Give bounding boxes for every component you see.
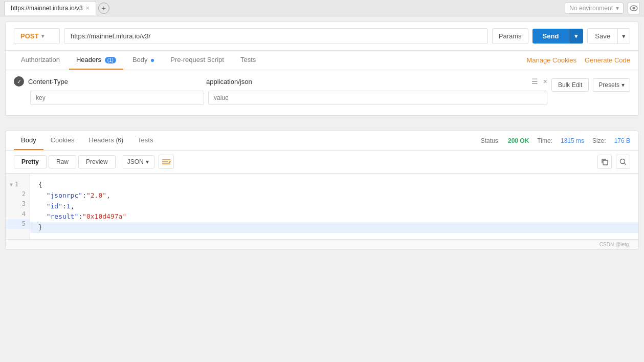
header-value-label: application/json — [206, 78, 527, 86]
code-content: { "jsonrpc": "2.0", "id": 1, "result": "… — [30, 174, 638, 239]
format-chevron-icon: ▾ — [146, 158, 149, 165]
svg-point-1 — [633, 7, 635, 9]
request-bar: POST ▾ Params Send ▾ Save ▾ — [6, 22, 638, 51]
footer: CSDN @letg. — [6, 239, 638, 249]
line-number-3: 3 — [10, 199, 26, 209]
header-key-input[interactable] — [30, 91, 204, 105]
header-input-row — [14, 91, 547, 105]
section-divider — [0, 121, 644, 125]
code-line-3: "id": 1, — [38, 201, 630, 212]
search-button[interactable] — [616, 155, 630, 169]
tab-body-label: Body — [132, 56, 148, 63]
env-dropdown[interactable]: No environment ▾ — [565, 3, 624, 14]
manage-cookies-link[interactable]: Manage Cookies — [527, 56, 577, 64]
send-button-group: Send ▾ — [532, 29, 584, 44]
line-number-2: 2 — [10, 189, 26, 199]
format-dropdown[interactable]: JSON ▾ — [122, 155, 154, 168]
code-line-5: } — [30, 222, 638, 233]
size-value: 176 B — [614, 137, 630, 144]
generate-code-link[interactable]: Generate Code — [585, 56, 630, 64]
resp-headers-label: Headers — [89, 136, 114, 144]
body-dot-indicator — [151, 59, 154, 62]
header-key-label: Content-Type — [28, 78, 202, 86]
bulk-edit-button[interactable]: Bulk Edit — [551, 78, 589, 92]
tab-label: https://mainnet.infura.io/v3 — [11, 5, 83, 12]
url-input[interactable] — [64, 28, 488, 44]
tab-close-icon[interactable]: × — [86, 5, 90, 12]
send-button[interactable]: Send — [532, 29, 569, 44]
method-button[interactable]: POST ▾ — [14, 28, 60, 44]
save-dropdown-button[interactable]: ▾ — [617, 29, 630, 44]
tab-tests-label: Tests — [240, 56, 256, 63]
svg-point-6 — [620, 159, 625, 164]
presets-label: Presets — [598, 81, 619, 89]
code-key-result: "result" — [47, 211, 79, 222]
presets-chevron-icon: ▾ — [621, 81, 625, 89]
eye-icon-button[interactable] — [628, 2, 640, 14]
send-dropdown-button[interactable]: ▾ — [569, 29, 583, 44]
add-tab-button[interactable]: + — [98, 3, 109, 14]
env-selector: No environment ▾ — [565, 2, 640, 14]
check-circle-icon[interactable]: ✓ — [14, 76, 24, 87]
response-status-area: Status: 200 OK Time: 1315 ms Size: 176 B — [481, 137, 630, 144]
response-icon-buttons — [597, 155, 630, 169]
check-symbol: ✓ — [17, 78, 21, 85]
header-value-input[interactable] — [208, 91, 547, 105]
resp-tab-headers[interactable]: Headers (6) — [82, 131, 130, 150]
tab-tests[interactable]: Tests — [233, 51, 263, 70]
presets-button[interactable]: Presets ▾ — [593, 78, 630, 92]
tab-headers-label: Headers — [76, 56, 101, 63]
tab-actions: Manage Cookies Generate Code — [527, 56, 630, 64]
send-chevron-icon: ▾ — [574, 32, 578, 40]
method-chevron-icon: ▾ — [41, 33, 44, 39]
svg-line-7 — [625, 163, 627, 165]
params-button[interactable]: Params — [492, 28, 528, 44]
tab-bar: https://mainnet.infura.io/v3 × + No envi… — [0, 0, 644, 16]
headers-badge: (1) — [105, 57, 116, 63]
line-numbers: ▼1 2 3 4 5 — [6, 174, 30, 239]
save-button-group: Save ▾ — [587, 28, 630, 44]
active-tab[interactable]: https://mainnet.infura.io/v3 × — [4, 1, 96, 15]
tab-prerequest-label: Pre-request Script — [170, 56, 224, 63]
status-label: Status: — [481, 137, 500, 144]
resp-tab-tests[interactable]: Tests — [130, 131, 160, 150]
tab-prerequest[interactable]: Pre-request Script — [163, 51, 231, 70]
headers-section: ✓ Content-Type application/json ☰ × Bulk — [6, 70, 638, 116]
code-line-1: { — [38, 180, 630, 190]
header-row-actions: ☰ × — [531, 77, 547, 86]
request-tabs: Authorization Headers (1) Body Pre-reque… — [6, 51, 638, 70]
code-key-id: "id" — [47, 201, 62, 212]
tab-headers[interactable]: Headers (1) — [69, 51, 123, 70]
format-label: JSON — [127, 158, 144, 165]
header-close-icon[interactable]: × — [543, 77, 547, 86]
save-button[interactable]: Save — [588, 29, 617, 44]
response-toolbar: Pretty Raw Preview JSON ▾ — [6, 151, 638, 174]
svg-rect-5 — [603, 160, 608, 165]
env-chevron-icon: ▾ — [616, 5, 619, 12]
code-val-jsonrpc: "2.0" — [86, 190, 106, 201]
resp-headers-badge: (6) — [116, 137, 123, 144]
code-val-id: 1 — [66, 201, 71, 212]
size-label: Size: — [592, 137, 606, 144]
code-line-2: "jsonrpc": "2.0", — [38, 190, 630, 201]
resp-tests-label: Tests — [138, 136, 153, 144]
tab-body[interactable]: Body — [125, 51, 161, 70]
header-menu-icon[interactable]: ☰ — [531, 77, 538, 86]
copy-button[interactable] — [597, 155, 612, 169]
wrap-button[interactable] — [159, 155, 174, 169]
code-punc-1: { — [38, 180, 42, 190]
tab-authorization[interactable]: Authorization — [14, 51, 67, 70]
resp-tab-cookies[interactable]: Cookies — [43, 131, 82, 150]
code-key-jsonrpc: "jsonrpc" — [47, 190, 82, 201]
raw-button[interactable]: Raw — [49, 155, 76, 168]
preview-button[interactable]: Preview — [78, 155, 116, 168]
response-section: Body Cookies Headers (6) Tests Status: 2… — [5, 131, 639, 250]
method-label: POST — [20, 32, 38, 40]
time-label: Time: — [537, 137, 552, 144]
resp-tab-body[interactable]: Body — [14, 131, 43, 150]
code-area: ▼1 2 3 4 5 { "jsonrpc": "2.0", "id": 1, … — [6, 174, 638, 239]
line-number-5: 5 — [6, 219, 30, 229]
pretty-button[interactable]: Pretty — [14, 155, 47, 168]
code-line-4: "result": "0x10d497a" — [38, 211, 630, 222]
tab-authorization-label: Authorization — [21, 56, 60, 63]
